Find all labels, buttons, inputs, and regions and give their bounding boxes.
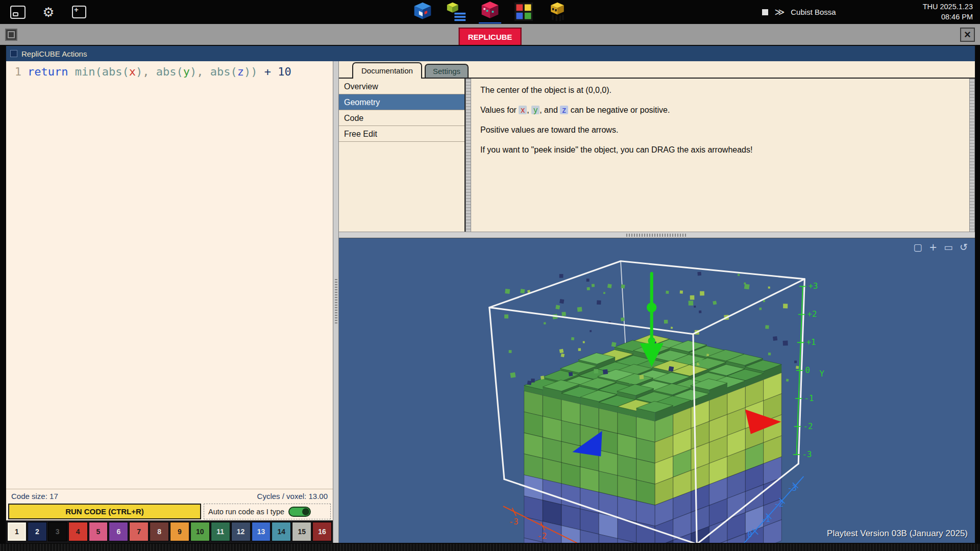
- slice-plane-icon[interactable]: ▭: [944, 242, 953, 252]
- window-title: RepliCUBE Actions: [21, 49, 87, 58]
- doc-nav-overview[interactable]: Overview: [339, 79, 464, 94]
- code-token: abs(: [210, 65, 237, 78]
- run-controls-row: RUN CODE (CTRL+R) Auto run code as I typ…: [6, 503, 333, 520]
- close-window-button[interactable]: ×: [960, 28, 975, 42]
- display-window-icon[interactable]: [9, 5, 27, 20]
- doc-nav-scrollbar[interactable]: [465, 79, 471, 232]
- palette-swatch-13[interactable]: 13: [252, 522, 271, 541]
- replicube-app-icon[interactable]: [478, 2, 502, 26]
- palette-row: 12345678910111213141516: [6, 520, 333, 543]
- palette-swatch-15[interactable]: 15: [292, 522, 311, 541]
- doc-paragraph-3: Positive values are toward the arrows.: [480, 126, 960, 135]
- doc-p2-sep1: ,: [527, 106, 531, 114]
- display-icon: [10, 6, 26, 19]
- viewport-toolbar: ▢+▭↺: [913, 242, 968, 252]
- palette-swatch-2[interactable]: 2: [28, 522, 47, 541]
- palette-swatch-10[interactable]: 10: [190, 522, 210, 541]
- svg-text:-2: -2: [803, 421, 813, 431]
- music-player-controls: ≫ Cubist Bossa: [762, 6, 836, 18]
- tab-settings[interactable]: Settings: [425, 64, 469, 78]
- doc-p2-prefix: Values for: [480, 106, 519, 114]
- svg-text:+3: +3: [808, 281, 818, 291]
- svg-text:-3: -3: [787, 483, 797, 493]
- palette-swatch-7[interactable]: 7: [129, 522, 149, 541]
- palette-swatch-16[interactable]: 16: [312, 522, 332, 541]
- doc-paragraph-2: Values for x, y, and z can be negative o…: [480, 106, 960, 115]
- palette-swatch-8[interactable]: 8: [150, 522, 169, 541]
- date-label: THU 2025.1.23: [923, 2, 973, 12]
- editor-status-bar: Code size: 17 Cycles / voxel: 13.00: [6, 489, 333, 503]
- window-icon: [10, 50, 17, 57]
- doc-nav-free-edit[interactable]: Free Edit: [339, 126, 464, 142]
- svg-text:-1: -1: [804, 393, 814, 403]
- system-clock: THU 2025.1.23 08:46 PM: [923, 2, 973, 22]
- code-editor[interactable]: 1 return min(abs(x), abs(y), abs(z)) + 1…: [6, 61, 333, 489]
- code-token: x: [129, 65, 136, 78]
- 3d-scene-canvas[interactable]: +3+2+10-1-2-3Y-3-2-3-2-10: [339, 238, 975, 543]
- palette-swatch-12[interactable]: 12: [231, 522, 251, 541]
- palette-swatch-4[interactable]: 4: [68, 522, 88, 541]
- stop-playback-icon[interactable]: [762, 9, 768, 15]
- palette-swatch-5[interactable]: 5: [89, 522, 108, 541]
- palette-grid-app-icon[interactable]: [512, 2, 535, 22]
- code-token: )): [244, 65, 258, 78]
- doc-p2-sep2: , and: [540, 106, 560, 114]
- tab-documentation[interactable]: Documentation: [352, 62, 422, 79]
- replicube-window-tab[interactable]: REPLICUBE: [459, 28, 522, 45]
- palette-grid-glyph: [512, 2, 535, 22]
- palette-swatch-6[interactable]: 6: [109, 522, 128, 541]
- window-tab-strip: REPLICUBE ×: [0, 24, 980, 45]
- vertical-splitter[interactable]: [333, 61, 339, 543]
- system-status-area: ≫ Cubist Bossa THU 2025.1.23 08:46 PM: [762, 0, 973, 24]
- code-token: min(: [75, 65, 102, 78]
- printer-app-icon[interactable]: [411, 2, 434, 22]
- doc-p2-suffix: can be negative or positive.: [568, 106, 670, 114]
- x-variable-chip: x: [519, 106, 527, 114]
- autorun-label: Auto run code as I type: [208, 508, 284, 516]
- run-code-button[interactable]: RUN CODE (CTRL+R): [8, 504, 201, 519]
- svg-text:0: 0: [747, 530, 752, 539]
- palette-swatch-3[interactable]: 3: [48, 522, 67, 541]
- reset-view-icon[interactable]: ↺: [960, 242, 968, 252]
- autorun-toggle[interactable]: [288, 507, 311, 517]
- next-track-icon[interactable]: ≫: [774, 6, 785, 18]
- bottom-resize-strip: [0, 544, 980, 551]
- center-view-icon[interactable]: +: [929, 242, 937, 252]
- svg-text:-1: -1: [761, 514, 770, 524]
- voxel-list-app-icon[interactable]: [445, 2, 468, 22]
- settings-gear-icon[interactable]: ⚙: [40, 5, 57, 20]
- y-variable-chip: y: [531, 106, 540, 114]
- cycles-label: Cycles / voxel: 13.00: [257, 492, 328, 500]
- select-region-icon[interactable]: ▢: [913, 242, 922, 252]
- doc-content-scrollbar[interactable]: [969, 79, 975, 232]
- code-size-label: Code size: 17: [11, 492, 58, 500]
- palette-swatch-14[interactable]: 14: [272, 522, 291, 541]
- svg-text:-2: -2: [774, 499, 783, 509]
- app-launcher-icons: [411, 2, 569, 26]
- autorun-control[interactable]: Auto run code as I type: [204, 504, 331, 519]
- palette-swatch-1[interactable]: 1: [7, 522, 27, 541]
- palette-swatch-11[interactable]: 11: [211, 522, 230, 541]
- documentation-panel: Documentation Settings Overview Geometry…: [339, 61, 975, 232]
- robot-app-glyph: [546, 2, 569, 22]
- horizontal-splitter[interactable]: [339, 232, 975, 238]
- code-token: abs(: [102, 65, 129, 78]
- now-playing-label: Cubist Bossa: [791, 8, 836, 16]
- robot-app-icon[interactable]: [546, 2, 569, 22]
- svg-text:-2: -2: [537, 531, 547, 541]
- plus-icon: +: [74, 5, 79, 14]
- code-token: z: [237, 65, 244, 78]
- z-variable-chip: z: [560, 106, 568, 114]
- add-window-icon[interactable]: +: [70, 5, 88, 20]
- doc-paragraph-1: The center of the object is at (0,0,0).: [480, 86, 960, 95]
- code-token: return: [28, 65, 75, 78]
- code-token: ,: [142, 65, 156, 78]
- doc-nav-code[interactable]: Code: [339, 110, 464, 126]
- doc-nav-geometry[interactable]: Geometry: [339, 94, 464, 110]
- doc-nav-list: Overview Geometry Code Free Edit: [339, 79, 465, 232]
- workspace-icon[interactable]: [5, 29, 17, 41]
- svg-text:-3: -3: [508, 517, 518, 527]
- palette-swatch-9[interactable]: 9: [170, 522, 189, 541]
- code-token: ,: [197, 65, 210, 78]
- replicube-app-glyph: [478, 2, 502, 22]
